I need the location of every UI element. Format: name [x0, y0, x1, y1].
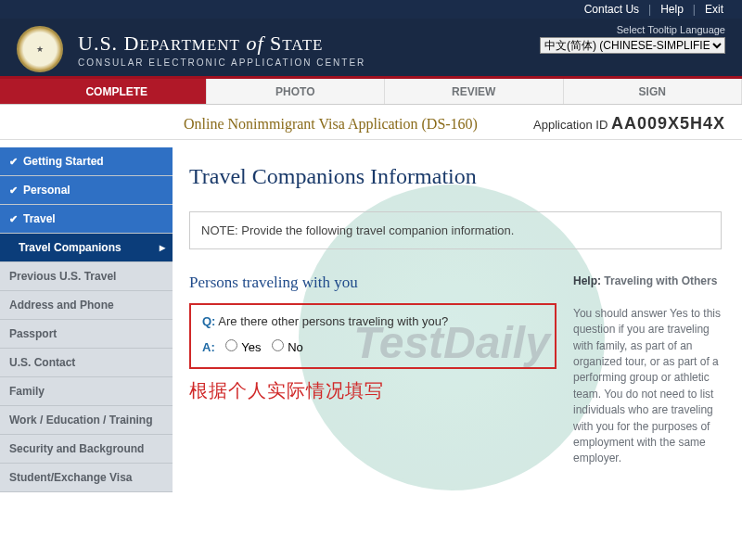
help-link[interactable]: Help [660, 3, 684, 16]
question-text: Are there other persons traveling with y… [218, 314, 448, 328]
main-panel: TestDaily Travel Companions Information … [173, 147, 731, 492]
state-dept-seal-icon: ★ [17, 26, 63, 72]
sidebar-item-travel-companions[interactable]: Travel Companions [0, 234, 173, 262]
tab-sign[interactable]: SIGN [564, 79, 743, 104]
help-body: You should answer Yes to this question i… [573, 306, 722, 467]
radio-no[interactable] [272, 339, 284, 351]
note-box: NOTE: Provide the following travel compa… [189, 211, 722, 249]
section-sidebar: Getting StartedPersonalTravelTravel Comp… [0, 147, 173, 492]
language-select[interactable]: 中文(简体) (CHINESE-SIMPLIFIED) [540, 37, 725, 54]
radio-yes[interactable] [225, 339, 237, 351]
dept-subtitle: CONSULAR ELECTRONIC APPLICATION CENTER [78, 57, 365, 68]
section-heading: Persons traveling with you [189, 274, 556, 292]
sidebar-item-getting-started[interactable]: Getting Started [0, 147, 173, 176]
option-yes[interactable]: Yes [218, 340, 261, 354]
progress-tabs: COMPLETE PHOTO REVIEW SIGN [0, 79, 742, 105]
language-label: Select Tooltip Language [540, 24, 725, 35]
divider: | [648, 3, 651, 16]
sidebar-item-address-and-phone[interactable]: Address and Phone [0, 291, 173, 320]
sidebar-item-family[interactable]: Family [0, 377, 173, 406]
divider: | [693, 3, 696, 16]
tab-accent [0, 79, 28, 104]
site-header: ★ U.S. DEPARTMENT of STATE CONSULAR ELEC… [0, 19, 742, 76]
q-label: Q: [202, 314, 215, 328]
application-header: Online Nonimmigrant Visa Application (DS… [0, 105, 742, 140]
application-id: Application ID AA009X5H4X [533, 114, 725, 134]
sidebar-item-student-exchange-visa[interactable]: Student/Exchange Visa [0, 464, 173, 492]
form-title: Online Nonimmigrant Visa Application (DS… [184, 116, 478, 133]
language-selector: Select Tooltip Language 中文(简体) (CHINESE-… [540, 24, 725, 54]
annotation-text: 根据个人实际情况填写 [189, 378, 556, 403]
help-panel: Help: Traveling with Others You should a… [573, 274, 722, 467]
tab-photo[interactable]: PHOTO [207, 79, 386, 104]
question-box: Q: Are there other persons traveling wit… [189, 303, 556, 369]
option-no[interactable]: No [264, 340, 303, 354]
top-utility-bar: Contact Us | Help | Exit [0, 0, 742, 19]
contact-us-link[interactable]: Contact Us [584, 3, 639, 16]
sidebar-item-passport[interactable]: Passport [0, 320, 173, 349]
tab-complete[interactable]: COMPLETE [28, 79, 207, 104]
sidebar-item-security-and-background[interactable]: Security and Background [0, 435, 173, 464]
a-label: A: [202, 340, 215, 354]
dept-title: U.S. DEPARTMENT of STATE [78, 32, 365, 56]
sidebar-item-work-education-training[interactable]: Work / Education / Training [0, 406, 173, 435]
exit-link[interactable]: Exit [705, 3, 723, 16]
sidebar-item-u-s-contact[interactable]: U.S. Contact [0, 349, 173, 377]
sidebar-item-personal[interactable]: Personal [0, 176, 173, 205]
help-title: Help: Traveling with Others [573, 274, 722, 289]
sidebar-item-previous-u-s-travel[interactable]: Previous U.S. Travel [0, 262, 173, 291]
sidebar-item-travel[interactable]: Travel [0, 205, 173, 234]
page-title: Travel Companions Information [189, 164, 722, 189]
tab-review[interactable]: REVIEW [385, 79, 564, 104]
